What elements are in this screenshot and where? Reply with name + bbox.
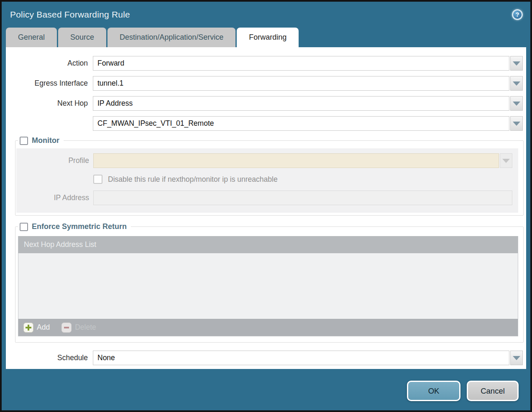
table-header: Next Hop Address List: [18, 236, 518, 253]
add-button-label: Add: [37, 323, 50, 332]
cancel-button[interactable]: Cancel: [467, 381, 519, 401]
egress-interface-row: Egress Interface: [6, 76, 526, 91]
tab-bar: General Source Destination/Application/S…: [6, 28, 530, 47]
next-hop-combo: [93, 96, 523, 111]
monitor-ip-label: IP Address: [16, 193, 89, 202]
profile-label: Profile: [16, 156, 89, 165]
next-hop-dropdown-button[interactable]: [510, 96, 523, 111]
egress-interface-combo: [93, 76, 523, 91]
monitor-checkbox[interactable]: [20, 137, 28, 145]
disable-rule-checkbox: [93, 175, 102, 184]
next-hop-address-dropdown-button[interactable]: [510, 116, 523, 131]
next-hop-address-combo: [93, 116, 523, 131]
schedule-dropdown-button[interactable]: [510, 351, 523, 365]
delete-button: Delete: [61, 323, 96, 333]
action-row: Action: [6, 56, 526, 71]
tab-destination-application-service[interactable]: Destination/Application/Service: [107, 28, 235, 47]
chevron-down-icon: [502, 159, 510, 163]
dialog-action-buttons: OK Cancel: [407, 381, 519, 401]
schedule-combo: [93, 351, 523, 365]
monitor-legend: Monitor: [18, 136, 64, 145]
symmetric-return-legend-label: Enforce Symmetric Return: [32, 222, 127, 231]
dialog-title: Policy Based Forwarding Rule: [10, 10, 130, 20]
add-button: Add: [23, 323, 50, 333]
profile-row: Profile: [16, 153, 518, 168]
action-dropdown-button[interactable]: [510, 56, 523, 71]
disable-rule-row: Disable this rule if nexthop/monitor ip …: [93, 175, 518, 184]
plus-icon: [23, 323, 33, 333]
monitor-body: Profile Disable this rule if nexthop/mon…: [16, 148, 518, 213]
schedule-label: Schedule: [6, 354, 88, 362]
egress-interface-input[interactable]: [93, 76, 509, 91]
egress-interface-dropdown-button[interactable]: [510, 76, 523, 91]
forwarding-tab-panel: Action Egress Interface Next Hop: [6, 47, 526, 369]
profile-combo: [93, 153, 512, 168]
monitor-legend-label: Monitor: [32, 136, 59, 145]
monitor-fieldset: Monitor Profile Disable this rule if nex…: [15, 136, 524, 216]
monitor-ip-input: [93, 191, 512, 205]
tab-forwarding[interactable]: Forwarding: [237, 28, 299, 47]
pbf-rule-dialog: Policy Based Forwarding Rule ? General S…: [0, 0, 532, 412]
disable-rule-label: Disable this rule if nexthop/monitor ip …: [108, 175, 278, 184]
chevron-down-icon: [513, 122, 520, 126]
profile-dropdown-button: [500, 153, 512, 168]
dialog-titlebar: Policy Based Forwarding Rule ?: [2, 2, 530, 28]
next-hop-address-input[interactable]: [93, 116, 509, 131]
help-icon[interactable]: ?: [512, 9, 523, 20]
action-input[interactable]: [93, 56, 509, 71]
next-hop-label: Next Hop: [6, 99, 88, 108]
monitor-ip-row: IP Address: [16, 191, 518, 205]
minus-icon: [61, 323, 72, 333]
chevron-down-icon: [513, 81, 520, 86]
chevron-down-icon: [513, 356, 520, 360]
chevron-down-icon: [513, 102, 520, 106]
next-hop-row: Next Hop: [6, 96, 526, 111]
next-hop-address-list-table: Next Hop Address List Add Delete: [18, 236, 518, 336]
delete-button-label: Delete: [75, 323, 96, 332]
chevron-down-icon: [513, 61, 520, 66]
table-header-label: Next Hop Address List: [24, 240, 96, 249]
action-label: Action: [6, 59, 88, 68]
ok-button[interactable]: OK: [407, 381, 460, 401]
next-hop-address-row: [6, 116, 526, 131]
table-footer: Add Delete: [18, 319, 518, 336]
schedule-input[interactable]: [93, 351, 509, 365]
schedule-row: Schedule: [6, 351, 526, 365]
action-combo: [93, 56, 523, 71]
next-hop-type-input[interactable]: [93, 96, 509, 111]
symmetric-return-checkbox[interactable]: [20, 223, 28, 231]
symmetric-return-legend: Enforce Symmetric Return: [18, 222, 131, 231]
profile-input: [93, 153, 499, 168]
egress-interface-label: Egress Interface: [6, 79, 88, 88]
tab-general[interactable]: General: [6, 28, 57, 47]
symmetric-return-fieldset: Enforce Symmetric Return Next Hop Addres…: [15, 222, 524, 343]
table-body-empty[interactable]: [18, 253, 518, 319]
tab-source[interactable]: Source: [58, 28, 106, 47]
